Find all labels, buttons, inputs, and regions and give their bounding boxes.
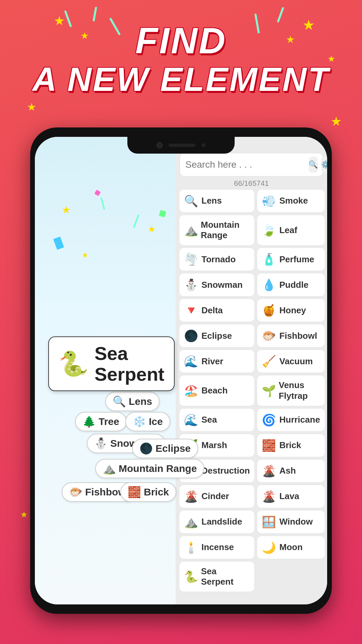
element-item[interactable]: ⛰️Landslide bbox=[179, 510, 255, 534]
element-item[interactable]: 🧴Perfume bbox=[257, 248, 325, 271]
element-emoji: 🐍 bbox=[184, 570, 198, 583]
element-name: Eclipse bbox=[201, 331, 232, 341]
element-name: Landslide bbox=[201, 517, 242, 527]
element-emoji: 🕯️ bbox=[184, 541, 198, 554]
element-item[interactable]: 🍃Leaf bbox=[257, 215, 325, 246]
element-emoji: 🌙 bbox=[262, 541, 276, 554]
element-name: Marsh bbox=[201, 440, 227, 450]
confetti bbox=[94, 190, 101, 196]
count-label: 66/165741 bbox=[176, 179, 327, 188]
element-name: Window bbox=[279, 517, 312, 527]
element-name: Leaf bbox=[279, 225, 297, 235]
element-item[interactable]: 🌋Cinder bbox=[179, 485, 255, 508]
element-item[interactable]: 🔍Lens bbox=[179, 189, 255, 213]
sea-serpent-popup: 🐍 SeaSerpent bbox=[48, 336, 175, 391]
chip-lens: 🔍 Lens bbox=[105, 392, 160, 411]
element-name: Smoke bbox=[279, 196, 308, 206]
element-emoji: 🌀 bbox=[262, 413, 276, 427]
element-emoji: 🌋 bbox=[184, 490, 198, 503]
star-deco: ★ bbox=[148, 224, 156, 234]
element-name: Venus Flytrap bbox=[279, 380, 320, 401]
phone-frame: ★ ★ ★ 🔍 ⚙️ 66/165741 🔍Lens💨Smoke⛰️Mounta… bbox=[30, 127, 332, 614]
chip-tree: 🌲 Tree bbox=[75, 412, 127, 431]
element-name: Delta bbox=[201, 305, 223, 316]
star-deco: ★ bbox=[20, 509, 28, 520]
element-name: River bbox=[201, 356, 223, 367]
element-item[interactable]: ⛰️Mountain Range bbox=[179, 215, 255, 246]
elements-panel: 🔍 ⚙️ 66/165741 🔍Lens💨Smoke⛰️Mountain Ran… bbox=[176, 137, 327, 604]
element-name: Snowman bbox=[201, 280, 243, 290]
filter-button[interactable]: ⚙️ bbox=[321, 157, 327, 173]
element-emoji: ⛰️ bbox=[184, 223, 197, 237]
popup-name: SeaSerpent bbox=[95, 343, 165, 384]
element-emoji: 🌱 bbox=[262, 384, 275, 397]
element-item[interactable]: ⛄Snowman bbox=[179, 273, 255, 297]
star-deco: ★ bbox=[330, 114, 342, 129]
element-emoji: 🔍 bbox=[184, 194, 198, 208]
popup-emoji: 🐍 bbox=[58, 350, 88, 378]
element-item[interactable]: 🧱Brick bbox=[257, 434, 325, 457]
star-deco: ★ bbox=[62, 204, 71, 216]
element-name: Honey bbox=[279, 305, 306, 316]
spark-deco bbox=[93, 7, 97, 21]
element-item[interactable]: 🏖️Beach bbox=[179, 375, 255, 406]
element-emoji: 🧱 bbox=[262, 439, 276, 452]
element-item[interactable]: 🪟Window bbox=[257, 510, 325, 534]
element-item[interactable]: 🧹Vacuum bbox=[257, 350, 325, 373]
element-name: Lava bbox=[279, 491, 299, 501]
phone-notch bbox=[127, 137, 235, 154]
search-button[interactable]: 🔍 bbox=[309, 157, 318, 173]
element-item[interactable]: 🌊River bbox=[179, 350, 255, 373]
element-emoji: 💧 bbox=[262, 278, 276, 291]
element-emoji: 🍯 bbox=[262, 304, 276, 317]
element-item[interactable]: 🌑Eclipse bbox=[179, 324, 255, 347]
spark-deco bbox=[133, 214, 139, 228]
chip-brick: 🧱 Brick bbox=[120, 482, 176, 502]
element-item[interactable]: 💧Puddle bbox=[257, 273, 325, 297]
element-item[interactable]: 🐡Fishbowl bbox=[257, 324, 325, 347]
confetti bbox=[159, 210, 166, 217]
element-emoji: 🌊 bbox=[184, 355, 198, 368]
search-input[interactable] bbox=[185, 159, 305, 170]
element-item[interactable]: 🔻Delta bbox=[179, 299, 255, 322]
speaker bbox=[169, 144, 195, 147]
element-emoji: 🧹 bbox=[262, 355, 276, 368]
element-item[interactable]: 🌪️Tornado bbox=[179, 248, 255, 271]
element-item[interactable]: 🌊Sea bbox=[179, 408, 255, 432]
chip-mountain-range: ⛰️ Mountain Range bbox=[95, 459, 204, 478]
element-emoji: 🌑 bbox=[184, 329, 198, 342]
element-item[interactable]: 🌱Venus Flytrap bbox=[257, 375, 325, 406]
element-item[interactable]: 🌙Moon bbox=[257, 536, 325, 559]
chip-ice: ❄️ Ice bbox=[125, 412, 170, 431]
element-name: Cinder bbox=[201, 491, 229, 501]
element-name: Beach bbox=[201, 385, 228, 396]
title-line1: FIND bbox=[0, 20, 362, 61]
element-item[interactable]: 🍯Honey bbox=[257, 299, 325, 322]
element-name: Fishbowl bbox=[279, 331, 317, 341]
element-name: Tornado bbox=[201, 254, 236, 265]
element-emoji: 🏖️ bbox=[184, 384, 198, 397]
phone-screen: ★ ★ ★ 🔍 ⚙️ 66/165741 🔍Lens💨Smoke⛰️Mounta… bbox=[35, 137, 327, 604]
element-item[interactable]: 💨Smoke bbox=[257, 189, 325, 213]
element-item[interactable]: 🕯️Incense bbox=[179, 536, 255, 559]
element-emoji: 🪟 bbox=[262, 515, 276, 529]
star-deco: ★ bbox=[27, 101, 37, 113]
element-name: Vacuum bbox=[279, 356, 313, 367]
element-emoji: 🌪️ bbox=[184, 253, 198, 266]
element-name: Incense bbox=[201, 542, 234, 552]
element-item[interactable]: 🌋Lava bbox=[257, 485, 325, 508]
element-name: Mountain Range bbox=[201, 220, 250, 240]
element-item[interactable]: 🌀Hurricane bbox=[257, 408, 325, 432]
element-emoji: 🧴 bbox=[262, 253, 276, 266]
element-item[interactable]: 🌋Ash bbox=[257, 459, 325, 483]
confetti bbox=[53, 236, 64, 250]
element-name: Brick bbox=[279, 440, 301, 450]
element-name: Sea bbox=[201, 415, 217, 425]
title-area: FIND A NEW ELEMENT bbox=[0, 20, 362, 98]
element-emoji: ⛄ bbox=[184, 278, 198, 291]
element-emoji: 🔻 bbox=[184, 304, 198, 317]
star-deco: ★ bbox=[82, 251, 88, 260]
element-item[interactable]: 🐍Sea Serpent bbox=[179, 561, 255, 592]
search-bar[interactable]: 🔍 ⚙️ bbox=[180, 153, 323, 176]
elements-list: 🔍Lens💨Smoke⛰️Mountain Range🍃Leaf🌪️Tornad… bbox=[176, 187, 327, 604]
